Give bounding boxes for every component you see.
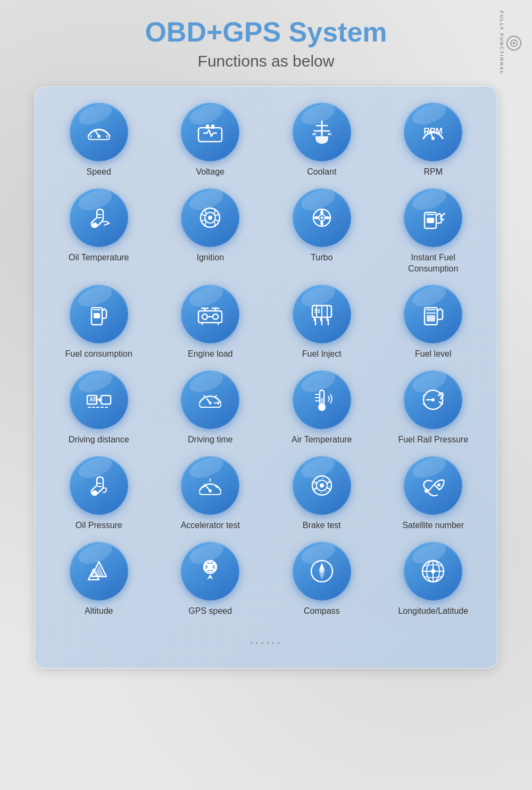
icon-accelerator-test[interactable] xyxy=(181,456,239,515)
label-compass: Compass xyxy=(304,606,340,617)
item-gps-speed: GPS speed xyxy=(162,542,258,617)
svg-point-48 xyxy=(320,483,324,488)
svg-rect-4 xyxy=(206,125,209,129)
label-oil-temperature: Oil Temperature xyxy=(69,252,129,264)
label-gps-speed: GPS speed xyxy=(188,606,232,617)
item-accelerator-test: Accelerator test xyxy=(162,456,258,531)
label-engine-load: Engine load xyxy=(188,349,233,360)
svg-point-50 xyxy=(437,483,440,487)
svg-text:$5: $5 xyxy=(314,308,321,314)
page-subtitle: Functions as below xyxy=(198,52,335,70)
item-compass: Compass xyxy=(274,542,370,617)
label-voltage: Voltage xyxy=(196,167,225,178)
svg-rect-21 xyxy=(94,313,100,318)
item-oil-pressure: Oil Pressure xyxy=(51,456,147,531)
label-satellite-number: Satellite number xyxy=(402,520,464,531)
svg-point-51 xyxy=(425,489,429,493)
item-driving-time: Driving time xyxy=(162,371,258,446)
icon-altitude[interactable] xyxy=(70,542,128,600)
svg-point-1 xyxy=(513,42,515,44)
svg-point-43 xyxy=(431,398,435,401)
icon-fuel-inject[interactable]: $5 xyxy=(293,285,351,343)
label-speed: Speed xyxy=(87,167,111,178)
page-title: OBD+GPS System xyxy=(145,16,387,48)
svg-point-2 xyxy=(97,135,101,138)
icon-longitude-latitude[interactable] xyxy=(404,542,462,600)
label-altitude: Altitude xyxy=(85,606,113,617)
label-fuel-rail-pressure: Fuel Rail Pressure xyxy=(398,434,468,446)
icon-satellite-number[interactable] xyxy=(404,456,462,515)
svg-point-59 xyxy=(320,570,323,573)
functions-card: Speed Voltage Coolant RPM RPM Oil Temper… xyxy=(35,86,497,669)
label-driving-time: Driving time xyxy=(188,434,232,446)
label-fuel-level: Fuel level xyxy=(415,349,451,360)
svg-point-45 xyxy=(209,489,212,492)
svg-point-14 xyxy=(208,216,212,220)
item-fuel-consumption: Fuel consumption xyxy=(51,285,147,360)
item-turbo: Turbo xyxy=(274,188,370,275)
item-fuel-rail-pressure: Fuel Rail Pressure xyxy=(385,371,481,446)
label-fuel-consumption: Fuel consumption xyxy=(65,349,132,360)
svg-point-17 xyxy=(320,216,323,219)
label-instant-fuel: Instant Fuel Consumption xyxy=(385,252,481,275)
svg-marker-53 xyxy=(94,565,104,577)
item-driving-distance: AB Driving distance xyxy=(51,371,147,446)
icon-oil-pressure[interactable] xyxy=(70,456,128,515)
icon-compass[interactable] xyxy=(293,542,351,600)
functions-grid: Speed Voltage Coolant RPM RPM Oil Temper… xyxy=(46,103,486,617)
icon-oil-temperature[interactable] xyxy=(70,188,128,247)
icon-fuel-level[interactable] xyxy=(404,285,462,343)
watermark: FULLY FUNCTIONAL xyxy=(499,11,521,75)
item-oil-temperature: Oil Temperature xyxy=(51,188,147,275)
svg-rect-41 xyxy=(321,398,323,406)
svg-rect-5 xyxy=(211,125,214,129)
icon-ignition[interactable] xyxy=(181,188,239,247)
label-coolant: Coolant xyxy=(307,167,336,178)
icon-fuel-consumption[interactable] xyxy=(70,285,128,343)
icon-driving-distance[interactable]: AB xyxy=(70,371,128,429)
icon-speed[interactable] xyxy=(70,103,128,161)
svg-rect-37 xyxy=(101,396,111,404)
item-engine-load: Engine load xyxy=(162,285,258,360)
icon-air-temperature[interactable] xyxy=(293,371,351,429)
svg-point-23 xyxy=(202,314,207,319)
label-accelerator-test: Accelerator test xyxy=(181,520,240,531)
label-ignition: Ignition xyxy=(196,252,224,264)
label-oil-pressure: Oil Pressure xyxy=(76,520,122,531)
label-turbo: Turbo xyxy=(311,252,332,264)
icon-voltage[interactable] xyxy=(181,103,239,161)
item-air-temperature: Air Temperature xyxy=(274,371,370,446)
more-dots: ...... xyxy=(46,633,486,647)
icon-brake-test[interactable] xyxy=(293,456,351,515)
icon-instant-fuel[interactable] xyxy=(404,188,462,247)
item-fuel-level: Fuel level xyxy=(385,285,481,360)
svg-point-24 xyxy=(213,314,218,319)
item-brake-test: Brake test xyxy=(274,456,370,531)
icon-engine-load[interactable] xyxy=(181,285,239,343)
item-coolant: Coolant xyxy=(274,103,370,178)
icon-rpm[interactable]: RPM xyxy=(404,103,462,161)
svg-point-62 xyxy=(431,569,435,573)
label-brake-test: Brake test xyxy=(303,520,341,531)
item-speed: Speed xyxy=(51,103,147,178)
label-driving-distance: Driving distance xyxy=(69,434,129,446)
svg-text:AB: AB xyxy=(89,397,97,402)
svg-point-11 xyxy=(92,223,97,228)
svg-rect-19 xyxy=(427,218,434,223)
item-fuel-inject: $5 Fuel Inject xyxy=(274,285,370,360)
item-ignition: Ignition xyxy=(162,188,258,275)
item-rpm: RPM RPM xyxy=(385,103,481,178)
icon-turbo[interactable] xyxy=(293,188,351,247)
icon-coolant[interactable] xyxy=(293,103,351,161)
svg-rect-34 xyxy=(427,315,435,322)
svg-point-44 xyxy=(92,490,97,496)
item-altitude: Altitude xyxy=(51,542,147,617)
svg-point-10 xyxy=(431,137,435,140)
label-longitude-latitude: Longitude/Latitude xyxy=(398,606,468,617)
icon-gps-speed[interactable] xyxy=(181,542,239,600)
label-air-temperature: Air Temperature xyxy=(292,434,352,446)
item-voltage: Voltage xyxy=(162,103,258,178)
icon-driving-time[interactable] xyxy=(181,371,239,429)
icon-fuel-rail-pressure[interactable] xyxy=(404,371,462,429)
item-instant-fuel: Instant Fuel Consumption xyxy=(385,188,481,275)
